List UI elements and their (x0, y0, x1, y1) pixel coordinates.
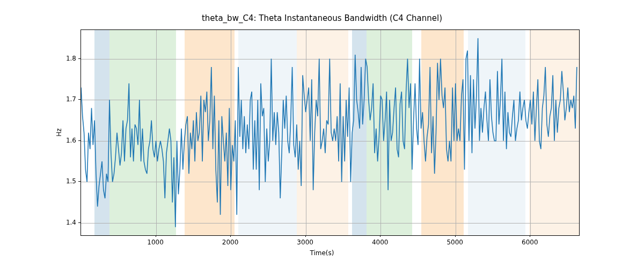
x-axis-label: Time(s) (0, 249, 644, 257)
plot-area (80, 29, 580, 236)
x-tick-label: 4000 (372, 239, 389, 246)
x-tick-label: 5000 (447, 239, 463, 246)
y-tick-label: 1.6 (44, 137, 76, 144)
y-tick-label: 1.5 (44, 177, 76, 185)
x-tick-label: 6000 (522, 239, 538, 246)
chart-title: theta_bw_C4: Theta Instantaneous Bandwid… (0, 13, 644, 23)
y-tick-label: 1.8 (44, 55, 76, 62)
y-axis-label: Hz (55, 128, 63, 136)
chart-root: theta_bw_C4: Theta Instantaneous Bandwid… (0, 0, 644, 268)
x-tick-label: 1000 (147, 239, 164, 246)
y-tick-label: 1.7 (44, 95, 76, 103)
x-tick-label: 3000 (297, 239, 313, 246)
x-tick-label: 2000 (222, 239, 239, 246)
line-series (81, 30, 579, 235)
y-tick-label: 1.4 (44, 219, 76, 226)
series-line (81, 38, 577, 227)
